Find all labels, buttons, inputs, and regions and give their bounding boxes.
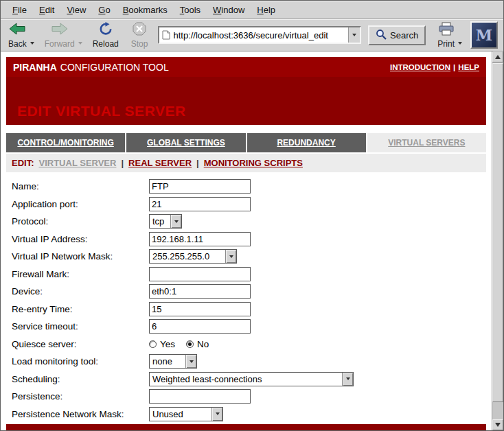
protocol-select[interactable]: tcp (149, 214, 182, 229)
scheduling-select[interactable]: Weighted least-connections (149, 372, 354, 386)
url-bar (158, 26, 361, 44)
page-banner: EDIT VIRTUAL SERVER (6, 77, 486, 125)
page-footer-strip (6, 424, 486, 430)
browser-content: PIRANHACONFIGURATION TOOL INTRODUCTION|H… (1, 51, 503, 430)
select-dropdown-button[interactable] (342, 373, 353, 386)
app-brand: PIRANHACONFIGURATION TOOL (13, 62, 169, 73)
url-input[interactable] (173, 27, 348, 43)
chevron-down-icon (352, 34, 356, 36)
re-entry-time-input[interactable] (149, 302, 251, 316)
firewall-mark-input[interactable] (149, 267, 251, 281)
virtual-ip-address-input[interactable] (149, 232, 251, 246)
field-label: Name: (12, 181, 149, 191)
menu-file[interactable]: File (6, 2, 33, 18)
back-label: Back (8, 39, 27, 49)
subnav: EDIT: VIRTUAL SERVER|REAL SERVER|MONITOR… (6, 154, 486, 172)
form-row-quiesce-server: Quiesce server:YesNo (6, 336, 486, 353)
forward-history-dropdown[interactable] (78, 21, 84, 49)
select-value: none (150, 355, 185, 368)
radio-yes[interactable] (149, 340, 157, 348)
select-dropdown-button[interactable] (225, 250, 236, 263)
arrow-down-icon (495, 423, 501, 427)
menu-go[interactable]: Go (92, 2, 116, 18)
back-button[interactable]: Back (5, 21, 30, 49)
radio-label: No (197, 339, 209, 349)
stop-button[interactable]: Stop (128, 21, 152, 49)
field-label: Application port: (12, 199, 149, 209)
form-row-name: Name: (6, 178, 486, 196)
chevron-down-icon (30, 42, 34, 45)
service-timeout-input[interactable] (149, 319, 251, 334)
tab-bar: CONTROL/MONITORINGGLOBAL SETTINGSREDUNDA… (6, 133, 486, 152)
field-label: Service timeout: (12, 321, 149, 331)
select-dropdown-button[interactable] (211, 408, 222, 421)
reload-icon (98, 22, 113, 38)
form-row-load-monitoring-tool: Load monitoring tool:none (6, 353, 486, 371)
select-value: tcp (150, 215, 170, 228)
tab-label: REDUNDANCY (277, 138, 335, 148)
form-row-device: Device: (6, 283, 486, 301)
forward-label: Forward (45, 39, 75, 49)
radio-no[interactable] (186, 340, 194, 348)
application-port-input[interactable] (149, 197, 251, 211)
reload-button[interactable]: Reload (89, 21, 122, 49)
navigation-toolbar: Back Forward Reload (1, 19, 503, 51)
select-dropdown-button[interactable] (185, 355, 196, 368)
form-row-firewall-mark: Firewall Mark: (6, 266, 486, 283)
mozilla-throbber-icon[interactable]: M (470, 21, 498, 49)
device-input[interactable] (149, 284, 251, 299)
tab-label: GLOBAL SETTINGS (147, 138, 225, 148)
tab-redundancy[interactable]: REDUNDANCY (247, 133, 366, 152)
stop-button-group: Stop (128, 21, 152, 49)
menu-tools[interactable]: Tools (174, 2, 207, 18)
arrow-up-icon (495, 55, 501, 59)
print-dropdown[interactable] (458, 21, 463, 49)
menu-view[interactable]: View (60, 2, 92, 18)
select-dropdown-button[interactable] (170, 215, 181, 228)
subnav-prefix: EDIT: (12, 158, 34, 168)
back-history-dropdown[interactable] (30, 21, 36, 49)
field-label: Virtual IP Network Mask: (12, 251, 149, 261)
tab-global-settings[interactable]: GLOBAL SETTINGS (126, 133, 245, 152)
virtual-ip-network-mask-select[interactable]: 255.255.255.0 (149, 249, 237, 264)
vertical-scrollbar[interactable] (492, 51, 503, 430)
stop-label: Stop (131, 39, 148, 49)
back-button-group: Back (5, 21, 36, 49)
chevron-down-icon (190, 360, 194, 363)
piranha-page: PIRANHACONFIGURATION TOOL INTRODUCTION|H… (1, 51, 492, 430)
subnav-link-virtual-server[interactable]: VIRTUAL SERVER (39, 158, 117, 168)
search-label: Search (390, 30, 418, 40)
scroll-down-button[interactable] (492, 419, 503, 430)
search-button[interactable]: Search (368, 25, 426, 45)
print-button[interactable]: Print (434, 21, 458, 49)
brand-normal: CONFIGURATION TOOL (60, 62, 169, 73)
forward-button[interactable]: Forward (41, 21, 78, 49)
reload-label: Reload (93, 39, 119, 49)
name-input[interactable] (149, 179, 251, 194)
menu-bookmarks[interactable]: Bookmarks (117, 2, 174, 18)
load-monitoring-tool-select[interactable]: none (149, 354, 197, 369)
tab-virtual-servers[interactable]: VIRTUAL SERVERS (367, 133, 486, 152)
radio-label: Yes (160, 339, 175, 349)
field-label: Scheduling: (12, 374, 149, 384)
field-label: Persistence Network Mask: (12, 409, 149, 419)
subnav-link-real-server[interactable]: REAL SERVER (128, 158, 192, 168)
menu-edit[interactable]: Edit (33, 2, 60, 18)
menu-window[interactable]: Window (207, 2, 251, 18)
persistence-network-mask-select[interactable]: Unused (149, 407, 223, 421)
select-value: Unused (150, 408, 211, 421)
menu-help[interactable]: Help (251, 2, 282, 18)
field-label: Firewall Mark: (12, 269, 149, 279)
subnav-link-monitoring-scripts[interactable]: MONITORING SCRIPTS (204, 158, 303, 168)
tab-control-monitoring[interactable]: CONTROL/MONITORING (6, 133, 125, 152)
url-history-dropdown[interactable] (348, 27, 360, 43)
scrollbar-thumb[interactable] (492, 63, 503, 402)
scroll-up-button[interactable] (492, 51, 503, 62)
chevron-down-icon (174, 220, 179, 223)
subnav-links: VIRTUAL SERVER|REAL SERVER|MONITORING SC… (39, 158, 303, 168)
introduction-link[interactable]: INTRODUCTION (390, 63, 450, 71)
persistence-input[interactable] (149, 389, 251, 404)
help-link[interactable]: HELP (458, 63, 479, 71)
tab-label: VIRTUAL SERVERS (388, 138, 465, 148)
field-label: Quiesce server: (12, 339, 149, 349)
